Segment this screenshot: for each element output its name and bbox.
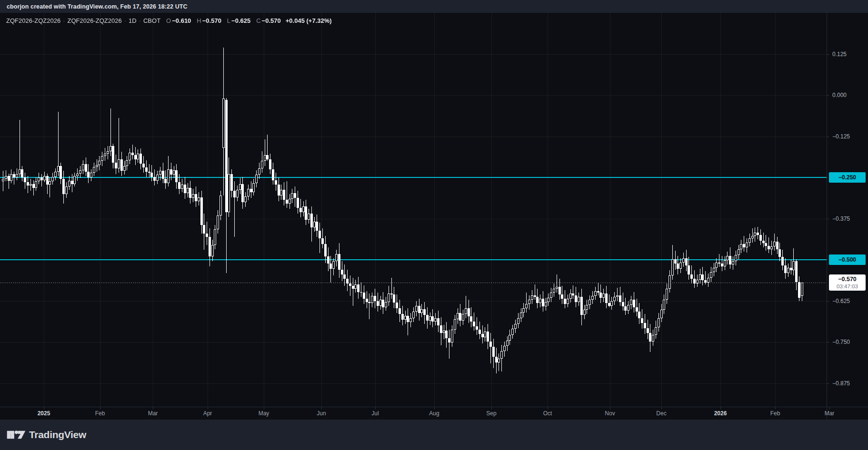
time-axis-tick xyxy=(100,407,100,409)
time-axis-label: Apr xyxy=(203,410,212,417)
time-axis[interactable]: 2025FebMarAprMayJunJulAugSepOctNovDec202… xyxy=(0,407,868,420)
time-axis-label: Mar xyxy=(825,410,835,417)
time-axis-tick xyxy=(208,407,208,409)
tradingview-logo[interactable]: TradingView xyxy=(7,428,86,441)
price-axis-tick xyxy=(827,301,829,302)
time-axis-tick xyxy=(829,407,830,409)
time-axis-label: Aug xyxy=(429,410,439,417)
last-price-badge: −0.570 03:47:03 xyxy=(829,274,866,291)
tradingview-logo-icon xyxy=(7,428,26,441)
price-axis[interactable]: −0.250 −0.500 −0.570 03:47:03 0.1250.000… xyxy=(827,13,868,420)
legend-separator: · xyxy=(63,17,65,24)
legend-interval[interactable]: 1D xyxy=(129,17,137,24)
price-axis-tick xyxy=(827,342,829,342)
price-axis-label: −0.750 xyxy=(832,339,850,345)
time-axis-tick xyxy=(44,407,44,409)
legend-symbol[interactable]: ZQF2026-ZQZ2026 xyxy=(6,17,60,24)
branding-bar: TradingView xyxy=(0,420,868,450)
chart-pane[interactable]: ZQF2026-ZQZ2026·ZQF2026-ZQZ2026·1D·CBOTO… xyxy=(0,13,868,420)
time-axis-tick xyxy=(434,407,435,409)
tradingview-chart-window: cborjon created with TradingView.com, Fe… xyxy=(0,0,868,450)
time-axis-label: Jul xyxy=(371,410,379,417)
price-axis-tick xyxy=(827,383,829,384)
price-axis-label: 0.125 xyxy=(832,51,847,58)
time-axis-label: Dec xyxy=(656,410,666,417)
time-axis-label: Jun xyxy=(317,410,326,417)
legend-change: +0.045 (+7.32%) xyxy=(286,17,332,24)
price-axis-label: −0.875 xyxy=(832,380,850,387)
legend-symbol-secondary[interactable]: ZQF2026-ZQZ2026 xyxy=(68,17,122,24)
price-line-badge-500[interactable]: −0.500 xyxy=(829,254,866,265)
time-axis-tick xyxy=(321,407,322,409)
price-line-badge-250[interactable]: −0.250 xyxy=(829,172,866,183)
time-axis-label: Feb xyxy=(770,410,780,417)
time-axis-tick xyxy=(264,407,264,409)
time-axis-tick xyxy=(720,407,721,409)
price-axis-label: 0.000 xyxy=(832,92,847,98)
legend-open: O−0.610 xyxy=(166,17,191,24)
time-axis-tick xyxy=(375,407,376,409)
time-axis-label: Sep xyxy=(486,410,496,417)
time-axis-tick xyxy=(491,407,492,409)
time-axis-label: Oct xyxy=(543,410,552,417)
tradingview-logo-text: TradingView xyxy=(29,429,86,440)
legend-exchange: CBOT xyxy=(143,17,160,24)
time-axis-label: 2026 xyxy=(714,410,727,417)
attribution-bar: cborjon created with TradingView.com, Fe… xyxy=(0,0,868,13)
price-axis-label: −0.125 xyxy=(832,133,850,140)
time-axis-label: Mar xyxy=(148,410,158,417)
legend-separator: · xyxy=(139,17,141,24)
time-axis-tick xyxy=(548,407,548,409)
price-axis-label: −0.625 xyxy=(832,298,850,304)
legend-high: H−0.570 xyxy=(197,17,221,24)
last-price-value: −0.570 xyxy=(829,276,866,283)
time-axis-label: Nov xyxy=(605,410,615,417)
time-axis-tick xyxy=(775,407,776,409)
time-axis-tick xyxy=(153,407,153,409)
price-axis-tick xyxy=(827,137,829,137)
legend-close: C−0.570 xyxy=(256,17,281,24)
legend-separator: · xyxy=(124,17,126,24)
attribution-text: cborjon created with TradingView.com, Fe… xyxy=(7,3,188,10)
time-axis-tick xyxy=(610,407,610,409)
legend: ZQF2026-ZQZ2026·ZQF2026-ZQZ2026·1D·CBOTO… xyxy=(6,17,332,24)
price-axis-tick xyxy=(827,219,829,219)
price-axis-tick xyxy=(827,95,829,96)
bar-countdown: 03:47:03 xyxy=(829,283,866,290)
legend-low: L−0.625 xyxy=(227,17,250,24)
price-axis-label: −0.375 xyxy=(832,215,850,222)
price-axis-tick xyxy=(827,54,829,55)
price-chart-canvas[interactable] xyxy=(0,13,827,407)
time-axis-tick xyxy=(661,407,662,409)
time-axis-label: Feb xyxy=(95,410,105,417)
time-axis-label: 2025 xyxy=(38,410,50,417)
time-axis-label: May xyxy=(259,410,269,417)
